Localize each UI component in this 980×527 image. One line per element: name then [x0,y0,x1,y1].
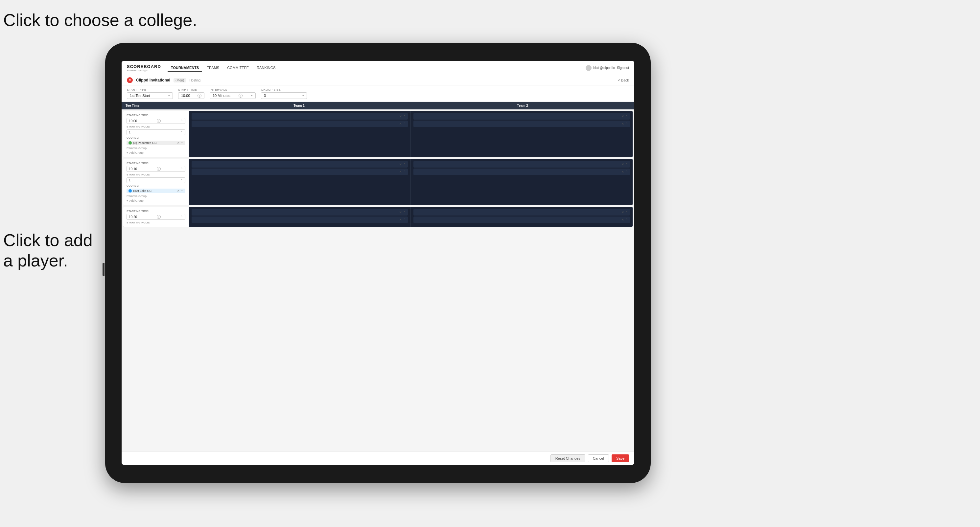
user-email: blair@clippd.io [593,66,615,70]
time-info-icon-2: i [157,167,161,171]
player-x-icon[interactable]: ✕ [399,122,402,125]
player-x-icon[interactable]: ✕ [622,163,624,166]
group-size-select[interactable]: 3 ▾ [261,92,307,99]
nav-tournaments[interactable]: TOURNAMENTS [168,64,202,71]
tee-group-3: STARTING TIME: 10:20 i ⌃ STARTING HOLE: … [123,207,633,227]
player-slot-3-2-1[interactable]: ✕ ⌃ [414,209,630,216]
remove-group-link-1[interactable]: Remove Group [127,146,185,150]
player-x-icon[interactable]: ✕ [622,170,624,173]
add-group-link-2[interactable]: + Add Group [127,199,185,202]
player-slot-2-2-2[interactable]: ✕ ⌃ [414,168,630,175]
table-footer: Reset Changes Cancel Save [122,451,634,465]
player-x-icon[interactable]: ✕ [622,115,624,118]
intervals-select[interactable]: 10 Minutes i ▾ [210,92,256,99]
event-title: Clippd Invitational [136,78,170,83]
hosting-tag: Hosting [189,79,200,82]
player-x-icon[interactable]: ✕ [399,163,402,166]
course-close-icon-1[interactable]: ✕ ⌃ [177,141,183,144]
time-arrow-icon-2: ⌃ [180,167,183,170]
starting-time-input-2[interactable]: 10:10 i ⌃ [127,166,185,172]
group-size-arrow-icon: ▾ [302,94,304,97]
tablet-side-button [103,263,105,276]
remove-group-link-2[interactable]: Remove Group [127,195,185,198]
player-x-icon[interactable]: ✕ [622,122,624,125]
player-slot-1-1-2[interactable]: ✕ ⌃ [192,121,408,127]
player-slot-1-1-1[interactable]: ✕ ⌃ [192,113,408,120]
group-3-left: STARTING TIME: 10:20 i ⌃ STARTING HOLE: [123,207,189,227]
group-3-team2: ✕ ⌃ ✕ ⌃ [411,207,633,227]
nav-committee[interactable]: COMMITTEE [224,64,252,71]
starting-time-label-2: STARTING TIME: [127,162,185,165]
starting-hole-input-1[interactable]: 1 ⌃ [127,129,185,135]
reset-changes-button[interactable]: Reset Changes [550,454,585,462]
starting-time-label-1: STARTING TIME: [127,114,185,117]
start-time-label: Start Time [178,88,204,91]
brand: SCOREBOARD Powered by clippd [127,64,161,72]
nav-links: TOURNAMENTS TEAMS COMMITTEE RANKINGS [168,64,585,71]
add-group-link-1[interactable]: + Add Group [127,151,185,154]
time-arrow-icon-1: ⌃ [180,119,183,122]
table-area: Tee Time Team 1 Team 2 STARTING TIME: 10… [122,102,634,451]
course-tag-1[interactable]: (A) Peachtree GC ✕ ⌃ [127,141,185,145]
tablet-frame: SCOREBOARD Powered by clippd TOURNAMENTS… [105,43,651,483]
player-slot-3-1-1[interactable]: ✕ ⌃ [192,209,408,216]
group-2-left: STARTING TIME: 10:10 i ⌃ STARTING HOLE: … [123,159,189,205]
starting-time-input-3[interactable]: 10:20 i ⌃ [127,214,185,220]
tee-group-1: STARTING TIME: 10:00 i ⌃ STARTING HOLE: … [123,111,633,157]
player-arrow-icon: ⌃ [625,122,628,125]
player-slot-2-2-1[interactable]: ✕ ⌃ [414,161,630,168]
clippd-logo: C [127,77,133,83]
player-arrow-icon: ⌃ [625,170,628,173]
player-slot-1-2-2[interactable]: ✕ ⌃ [414,121,630,127]
nav-right: blair@clippd.io Sign out [585,65,629,71]
starting-time-input-1[interactable]: 10:00 i ⌃ [127,118,185,124]
nav-rankings[interactable]: RANKINGS [253,64,279,71]
event-gender: (Men) [173,78,186,83]
time-arrow-icon-3: ⌃ [180,215,183,219]
player-arrow-icon: ⌃ [403,115,406,118]
course-label-2: COURSE: [127,184,185,187]
course-label-1: COURSE: [127,137,185,139]
intervals-arrow-icon: ▾ [251,94,253,97]
player-x-icon[interactable]: ✕ [622,211,624,214]
cancel-button[interactable]: Cancel [588,454,609,462]
group-1-team1: ✕ ⌃ ✕ ⌃ [189,111,411,157]
player-x-icon[interactable]: ✕ [399,211,402,214]
player-slot-3-2-2[interactable]: ✕ ⌃ [414,216,630,223]
player-arrow-icon: ⌃ [403,218,406,221]
start-type-group: Start Type 1st Tee Start ▾ [127,88,173,99]
starting-hole-label-3: STARTING HOLE: [127,221,185,224]
player-arrow-icon: ⌃ [403,211,406,214]
course-close-icon-2[interactable]: ✕ ⌃ [177,189,183,192]
player-x-icon[interactable]: ✕ [399,218,402,221]
sign-out-link[interactable]: Sign out [617,66,629,70]
player-arrow-icon: ⌃ [625,218,628,221]
starting-time-label-3: STARTING TIME: [127,210,185,213]
team1-header: Team 1 [187,102,411,110]
player-arrow-icon: ⌃ [403,170,406,173]
tee-groups: STARTING TIME: 10:00 i ⌃ STARTING HOLE: … [122,110,634,229]
save-button[interactable]: Save [612,454,629,462]
start-time-input[interactable]: 10:00 i [178,92,204,99]
player-slot-2-1-2[interactable]: ✕ ⌃ [192,168,408,175]
annotation-college: Click to choose a college. [3,10,197,30]
player-slot-3-1-2[interactable]: ✕ ⌃ [192,216,408,223]
group-2-team1: ✕ ⌃ ✕ ⌃ [189,159,411,205]
player-x-icon[interactable]: ✕ [622,218,624,221]
group-1-team2: ✕ ⌃ ✕ ⌃ [411,111,633,157]
hole-arrow-icon-2: ⌃ [180,179,183,182]
back-button[interactable]: < Back [618,78,629,82]
player-x-icon[interactable]: ✕ [399,170,402,173]
intervals-info-icon: i [239,94,243,98]
player-x-icon[interactable]: ✕ [399,115,402,118]
player-slot-1-2-1[interactable]: ✕ ⌃ [414,113,630,120]
nav-teams[interactable]: TEAMS [204,64,223,71]
player-slot-2-1-1[interactable]: ✕ ⌃ [192,161,408,168]
start-type-select[interactable]: 1st Tee Start ▾ [127,92,173,99]
course-tag-2[interactable]: East Lake GC ✕ ⌃ [127,189,185,193]
starting-hole-input-2[interactable]: 1 ⌃ [127,178,185,183]
time-info-icon-3: i [157,215,161,219]
brand-name: SCOREBOARD [127,64,161,69]
player-arrow-icon: ⌃ [625,211,628,214]
nav-bar: SCOREBOARD Powered by clippd TOURNAMENTS… [122,61,634,75]
